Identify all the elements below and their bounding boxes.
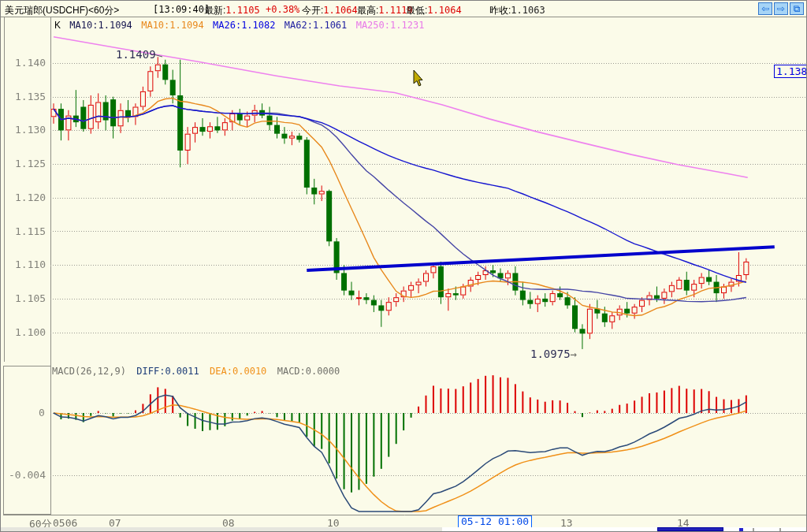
scrollbar-tick	[779, 528, 781, 531]
ma62-legend: MA62:1.1061	[284, 20, 347, 31]
high-price-field: 最高:1.1119	[357, 4, 413, 17]
prev-close-value: 1.1063	[511, 5, 545, 16]
price-macd-chart-canvas[interactable]	[1, 1, 807, 532]
macd-legend: MACD(26,12,9) DIFF:0.0011 DEA:0.0010 MAC…	[52, 366, 340, 377]
mouse-cursor	[413, 70, 425, 87]
ma10-legend-dark: MA10:1.1094	[69, 20, 132, 31]
low-price-label: 最低:	[406, 5, 427, 16]
scrollbar-tick-blue	[739, 528, 743, 531]
ma26-legend: MA26:1.1082	[213, 20, 275, 31]
arrow-left-icon: ⇦	[761, 3, 769, 14]
arrow-right-icon: ⇨	[777, 3, 785, 14]
low-price-value: 1.0975	[530, 348, 571, 360]
cascade-windows-icon: ⧉	[794, 3, 801, 14]
low-price-value: 1.1064	[427, 5, 461, 16]
prev-close-label: 昨收:	[489, 5, 511, 16]
price-tick-label: 1.125	[15, 158, 46, 169]
low-price-field: 最低:1.1064	[406, 4, 462, 17]
ma250-legend: MA250:1.1231	[356, 20, 425, 31]
diff-value-label: DIFF:0.0011	[136, 366, 199, 377]
last-price-label: 最新:	[204, 5, 225, 16]
ma10-legend-orange: MA10:1.1094	[141, 20, 203, 31]
open-price-field: 今开:1.1064	[302, 4, 358, 17]
high-price-label: 最高:	[357, 5, 378, 16]
date-marker-box: 05-12 01:00	[458, 515, 532, 528]
peak-price-annotation: 1.1409	[116, 48, 156, 61]
price-tick-label: 1.105	[15, 292, 46, 304]
macd-params-label: MACD(26,12,9)	[52, 366, 126, 377]
last-price-value: 1.1105	[225, 5, 259, 16]
clock: [13:09:40]	[153, 4, 210, 15]
forward-button[interactable]: ⇨	[774, 2, 788, 15]
right-price-marker: 1.1381	[774, 65, 807, 78]
scrollbar-tick	[753, 528, 754, 531]
price-tick-label: 1.115	[15, 225, 46, 237]
price-tick-label: 1.120	[15, 192, 46, 203]
cascade-windows-button[interactable]: ⧉	[790, 2, 804, 15]
macd-value-label: MACD:0.0000	[277, 366, 340, 377]
back-button[interactable]: ⇦	[758, 2, 772, 15]
open-price-label: 今开:	[302, 5, 323, 16]
price-tick-label: 1.130	[15, 124, 46, 136]
scrollbar-thumb[interactable]	[657, 527, 723, 531]
change-percent: +0.38%	[266, 4, 299, 15]
price-tick-label: 1.110	[15, 259, 46, 270]
chart-window: 美元瑞郎(USDCHF)<60分> [13:09:40] 最新:1.1105 +…	[0, 0, 807, 532]
prev-close-field: 昨收:1.1063	[489, 4, 545, 17]
open-price-value: 1.1064	[323, 5, 357, 16]
ma-legend: K MA10:1.1094 MA10:1.1094 MA26:1.1082 MA…	[54, 20, 424, 31]
scrollbar-track[interactable]	[442, 527, 806, 531]
price-tick-label: 1.135	[15, 91, 46, 102]
symbol-title: 美元瑞郎(USDCHF)<60分>	[5, 4, 119, 17]
last-price-field: 最新:1.1105	[204, 4, 260, 17]
horizontal-scrollbar[interactable]	[1, 527, 807, 531]
dea-value-label: DEA:0.0010	[210, 366, 266, 377]
k-legend-label: K	[54, 20, 61, 31]
price-tick-label: 1.100	[15, 326, 46, 338]
price-tick-label: 1.140	[15, 57, 46, 69]
low-price-annotation: 1.0975→	[530, 348, 577, 360]
arrow-right-icon: →	[571, 348, 577, 360]
macd-tick-label: 0	[39, 407, 45, 419]
macd-tick-label: -0.004	[9, 469, 46, 481]
